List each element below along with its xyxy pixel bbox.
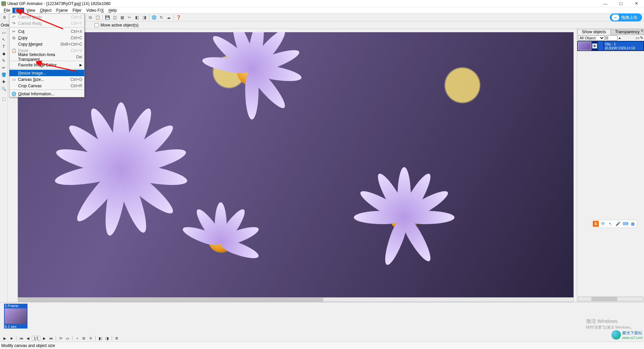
play-icon[interactable]: ▶: [2, 336, 7, 341]
menu-item-icon: ✂: [11, 29, 16, 34]
refresh-icon[interactable]: ↻: [158, 14, 165, 21]
canvas-h-scrollbar[interactable]: [18, 297, 574, 302]
new-icon[interactable]: 🗎: [1, 14, 8, 21]
canvas-image: [18, 32, 574, 297]
edit-menu-item[interactable]: Crop CanvasCtrl+R: [9, 83, 84, 89]
edit-menu-item[interactable]: 🌐Global Information...: [9, 91, 84, 97]
frame-counter: 1/1: [32, 336, 40, 341]
menu-bar: File Edit View Object Frame Filter Video…: [0, 7, 644, 13]
opacity-input[interactable]: [605, 35, 618, 41]
frame-tool-icon[interactable]: ◧: [98, 336, 103, 341]
tool-shape-icon[interactable]: ◆: [1, 51, 7, 57]
menu-shortcut: Ctrl+Y: [71, 21, 82, 26]
duplicate-frame-icon[interactable]: ⧉: [81, 336, 87, 341]
frames-panel: 1:Frame 0.1 sec ▶ ■ ⏮ ◀ 1/1 ▶ ⏭ ⟳ ▭ ＋ ⧉ …: [0, 302, 644, 342]
menu-item-icon: ↶: [11, 15, 16, 19]
site-watermark: 极光下载站 www.xz7.com: [611, 330, 643, 340]
ime-mic-icon[interactable]: 🎤: [615, 221, 621, 227]
spinner-up-icon[interactable]: ▲: [618, 36, 621, 40]
cut-icon[interactable]: ✂: [126, 14, 133, 21]
menu-shortcut: Ctrl+X: [71, 29, 82, 34]
tool-zoom-icon[interactable]: 🔍: [1, 86, 7, 92]
tool-colorbox-icon[interactable]: ⬚: [1, 96, 7, 102]
tool-icon[interactable]: ◫: [111, 14, 118, 21]
loop-icon[interactable]: ⟳: [58, 336, 63, 341]
menu-file[interactable]: File: [1, 8, 12, 13]
visibility-icon[interactable]: 👁: [592, 43, 597, 49]
menu-item-label: Global Information...: [18, 92, 54, 96]
annotation-arrow-icon: [36, 60, 80, 74]
frame-thumb: [5, 308, 27, 324]
frame-header: 1:Frame: [4, 304, 28, 308]
playback-toolbar: ▶ ■ ⏮ ◀ 1/1 ▶ ⏭ ⟳ ▭ ＋ ⧉ ✕ ◧ ◨ ⚙: [2, 336, 119, 341]
panel-tool-icon[interactable]: ✎: [640, 36, 643, 40]
tool-icon[interactable]: ◧: [133, 14, 140, 21]
next-frame-icon[interactable]: ▶: [42, 336, 47, 341]
menu-help[interactable]: Help: [106, 8, 119, 13]
object-list: 👁 Obj - 1 (0,0)(W:1920,H:10: [577, 41, 644, 51]
menu-separator: [10, 90, 84, 90]
ime-keyboard-icon[interactable]: ⌨: [622, 221, 628, 227]
delete-frame-icon[interactable]: ✕: [88, 336, 93, 341]
status-text: Modify canvas and object size: [1, 343, 55, 348]
tool-text-icon[interactable]: T: [1, 44, 7, 50]
canvas-region: [8, 29, 577, 302]
frame-props-icon[interactable]: ⚙: [114, 336, 119, 341]
window-title: Ulead GIF Animator - [1223473RyOT.jpg] (…: [7, 1, 598, 6]
object-item[interactable]: 👁 Obj - 1 (0,0)(W:1920,H:10: [578, 42, 643, 50]
tool-eyedrop-icon[interactable]: ✚: [1, 79, 7, 85]
edit-menu-item[interactable]: ▭Canvas Size...Ctrl+G: [9, 76, 84, 83]
ime-punct-icon[interactable]: •,: [607, 221, 613, 227]
add-frame-icon[interactable]: ＋: [74, 336, 80, 341]
menu-filter[interactable]: Filter: [70, 8, 84, 13]
paste-icon[interactable]: 📋: [94, 14, 101, 21]
toolbar-separator: [149, 14, 149, 20]
tool-pointer-icon[interactable]: ↖: [1, 37, 7, 43]
status-bar: Modify canvas and object size: [0, 342, 644, 349]
stop-icon[interactable]: ■: [9, 336, 14, 341]
save-icon[interactable]: 💾: [104, 14, 111, 21]
ime-logo-icon[interactable]: S: [593, 221, 599, 227]
last-frame-icon[interactable]: ⏭: [48, 336, 54, 341]
toolbar-separator: [102, 14, 103, 20]
canvas[interactable]: [18, 32, 574, 297]
all-objects-select[interactable]: All Object:: [578, 35, 605, 41]
tool-icon[interactable]: ☁: [165, 14, 172, 21]
menu-video-fx[interactable]: Video F/X: [84, 8, 106, 13]
frame-tool-icon[interactable]: ◨: [104, 336, 110, 341]
tab-transparency[interactable]: Transparency: [611, 29, 644, 35]
object-select-handle[interactable]: [598, 42, 603, 50]
tool-brush-icon[interactable]: ✏: [1, 65, 7, 71]
upload-button[interactable]: ∞ 拖拽上传: [610, 13, 642, 21]
tool-eraser-icon[interactable]: ✎: [1, 58, 7, 64]
ime-toolbar[interactable]: S 中 •, 🎤 ⌨ ▦: [591, 220, 637, 228]
prev-frame-icon[interactable]: ◀: [25, 336, 31, 341]
panel-tool-icon[interactable]: ▭: [636, 36, 639, 40]
frame-tool-icon[interactable]: ▭: [65, 336, 70, 341]
maximize-button[interactable]: ▢: [613, 0, 629, 7]
menu-item-icon: ▭: [11, 77, 16, 82]
help-icon[interactable]: ❓: [175, 14, 182, 21]
ime-grid-icon[interactable]: ▦: [630, 221, 636, 227]
edit-menu-item[interactable]: Make Selection Area TransparentDel: [9, 54, 84, 60]
edit-menu-item[interactable]: Copy MergedShift+Ctrl+C: [9, 41, 84, 47]
edit-menu-item[interactable]: ⧉CopyCtrl+C: [9, 35, 84, 41]
first-frame-icon[interactable]: ⏮: [18, 336, 24, 341]
close-window-button[interactable]: ✕: [629, 0, 644, 7]
tool-icon[interactable]: ◨: [141, 14, 148, 21]
minimize-button[interactable]: —: [598, 0, 613, 7]
globe-icon[interactable]: 🌐: [151, 14, 157, 21]
frame-item[interactable]: 1:Frame 0.1 sec: [4, 304, 28, 329]
ime-lang-icon[interactable]: 中: [600, 221, 606, 227]
panel-h-scrollbar[interactable]: [578, 297, 643, 301]
menu-item-label: Copy Merged: [18, 42, 42, 47]
panel-close-icon[interactable]: ✕: [641, 29, 643, 33]
move-checkbox[interactable]: [95, 23, 99, 27]
menu-item-icon: 📋: [11, 48, 16, 53]
tool-icon[interactable]: ▦: [119, 14, 125, 21]
tool-fill-icon[interactable]: 🪣: [1, 72, 7, 78]
tool-rect-icon[interactable]: ▭: [1, 30, 7, 36]
tab-show-objects[interactable]: Show objects: [577, 29, 611, 35]
copy-icon[interactable]: ⧉: [87, 14, 94, 21]
menu-item-label: Canvas Size...: [18, 77, 44, 82]
